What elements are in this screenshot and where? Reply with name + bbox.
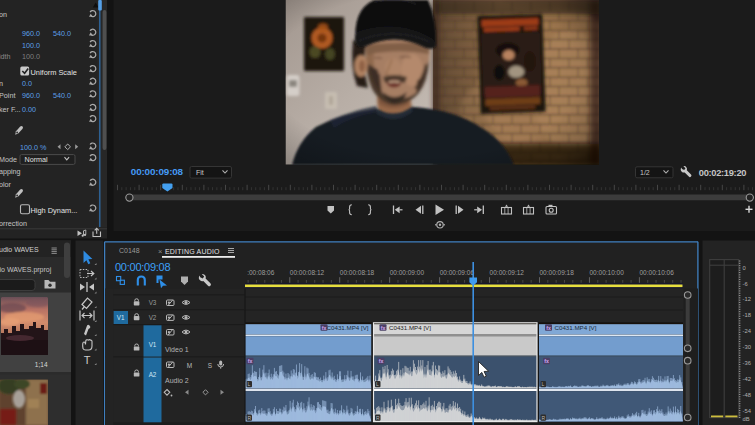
svg-text:M: M <box>187 362 192 369</box>
svg-text:960.0: 960.0 <box>22 29 40 38</box>
svg-text:-36: -36 <box>743 360 751 366</box>
svg-text:on: on <box>0 10 7 19</box>
svg-text:00:00:09:06: 00:00:09:06 <box>440 269 475 276</box>
svg-text:1/2: 1/2 <box>640 169 650 176</box>
svg-text:S: S <box>208 362 213 369</box>
svg-text:-18: -18 <box>743 312 751 318</box>
svg-text:V2: V2 <box>149 314 157 321</box>
svg-text:Normal: Normal <box>25 155 49 164</box>
svg-text:orrection: orrection <box>0 219 27 228</box>
svg-text:V3: V3 <box>149 299 157 306</box>
svg-text:fx: fx <box>379 358 384 364</box>
svg-text:idth: idth <box>0 52 11 61</box>
svg-text:00:02:19:20: 00:02:19:20 <box>699 168 746 178</box>
svg-text:fx: fx <box>546 325 551 331</box>
svg-text:L: L <box>542 381 545 387</box>
svg-text:00:00:10:00: 00:00:10:00 <box>590 269 625 276</box>
svg-text:V1: V1 <box>149 341 157 348</box>
svg-text:olor: olor <box>0 180 12 189</box>
svg-text:Fit: Fit <box>196 169 204 176</box>
svg-text:00:00:09:08: 00:00:09:08 <box>115 261 170 273</box>
svg-text:100.0 %: 100.0 % <box>20 143 47 152</box>
svg-text:C0148: C0148 <box>119 247 140 254</box>
svg-text:0.0: 0.0 <box>22 79 32 88</box>
svg-text:udio WAVES: udio WAVES <box>0 246 39 253</box>
svg-text:Audio 2: Audio 2 <box>165 377 189 384</box>
svg-text:V1: V1 <box>117 314 125 321</box>
svg-text:00:00:09:12: 00:00:09:12 <box>490 269 525 276</box>
svg-text:fx: fx <box>544 358 549 364</box>
svg-text:fx: fx <box>381 325 386 331</box>
svg-text:Uniform Scale: Uniform Scale <box>31 68 77 77</box>
svg-text:Point: Point <box>0 91 15 100</box>
svg-text:C0431.MP4 [V]: C0431.MP4 [V] <box>555 324 597 331</box>
svg-text:00:00:08:18: 00:00:08:18 <box>340 269 375 276</box>
svg-text:Video 1: Video 1 <box>165 346 189 353</box>
svg-text:540.0: 540.0 <box>53 29 71 38</box>
svg-text:-6: -6 <box>743 281 748 287</box>
svg-text:C0431.MP4 [V]: C0431.MP4 [V] <box>327 324 369 331</box>
svg-text:fx: fx <box>248 358 253 364</box>
svg-text:ker F...: ker F... <box>0 105 21 114</box>
svg-text:-30: -30 <box>743 344 751 350</box>
svg-text:Mode: Mode <box>0 155 17 164</box>
svg-text:R: R <box>376 415 380 421</box>
svg-text:00:00:08:12: 00:00:08:12 <box>290 269 325 276</box>
svg-text:00:00:10:06: 00:00:10:06 <box>640 269 675 276</box>
svg-text:0.00: 0.00 <box>22 105 36 114</box>
svg-text:R: R <box>248 415 252 421</box>
svg-text:apping: apping <box>0 167 21 176</box>
svg-text:100.0: 100.0 <box>22 52 40 61</box>
svg-text:-42: -42 <box>743 376 751 382</box>
svg-text:C0431.MP4 [V]: C0431.MP4 [V] <box>389 324 431 331</box>
svg-text:EDITING AUDIO: EDITING AUDIO <box>165 248 220 255</box>
svg-text:T: T <box>84 354 91 366</box>
svg-text:00:00:09:18: 00:00:09:18 <box>540 269 575 276</box>
svg-text:n: n <box>0 79 3 88</box>
svg-text:-54: -54 <box>743 408 752 414</box>
svg-text:R: R <box>542 415 546 421</box>
svg-text:100.0: 100.0 <box>22 41 40 50</box>
svg-text:00:00:09:00: 00:00:09:00 <box>390 269 425 276</box>
svg-text:00:00:09:08: 00:00:09:08 <box>131 166 184 177</box>
svg-text:0: 0 <box>743 265 746 271</box>
svg-text:A2: A2 <box>149 371 157 378</box>
svg-text::00:08:06: :00:08:06 <box>247 269 274 276</box>
svg-text:540.0: 540.0 <box>53 91 71 100</box>
svg-text:-24: -24 <box>743 328 752 334</box>
svg-text:High Dynam...: High Dynam... <box>31 206 78 215</box>
svg-text:-48: -48 <box>743 392 751 398</box>
svg-text:L: L <box>376 381 379 387</box>
svg-text:dB: dB <box>743 416 750 422</box>
svg-text:L: L <box>248 381 251 387</box>
svg-text:960.0: 960.0 <box>22 91 40 100</box>
svg-text:×: × <box>158 247 162 256</box>
svg-text:-12: -12 <box>743 296 751 302</box>
svg-text:1;14: 1;14 <box>35 361 48 368</box>
svg-text:lio WAVES.prproj: lio WAVES.prproj <box>0 266 52 274</box>
